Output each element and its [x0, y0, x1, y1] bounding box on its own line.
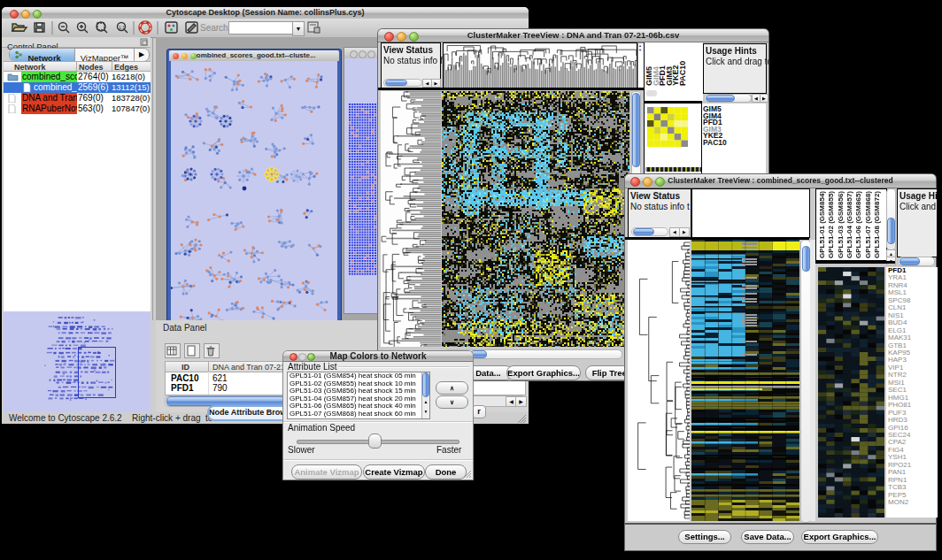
svg-text:1:1: 1:1	[119, 25, 125, 30]
